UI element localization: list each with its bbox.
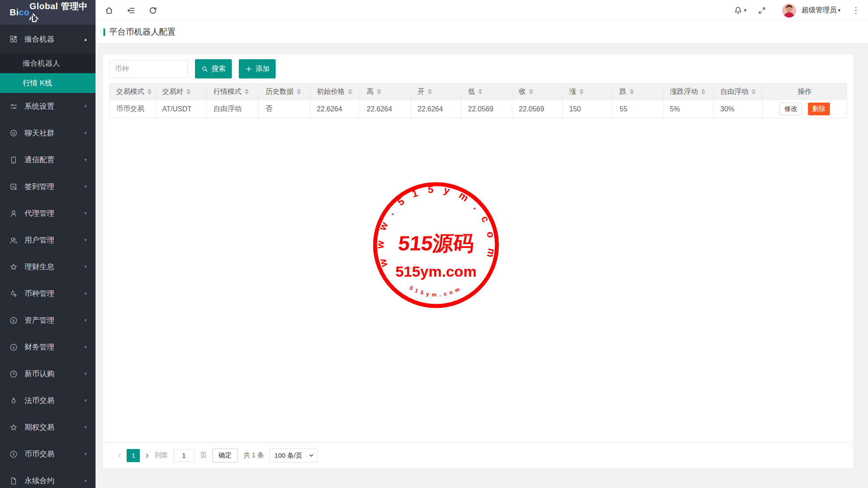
tablet-icon [9,156,18,164]
caret-down-icon: ▾ [84,130,87,136]
column-header-pair[interactable]: 交易对 [156,84,207,100]
column-header-history-data[interactable]: 历史数据 [259,84,310,100]
column-header-market-mode[interactable]: 行情模式 [207,84,259,100]
sidebar-item-perpetual[interactable]: 永续合约 ▾ [0,467,96,488]
sidebar-item-chat-community[interactable]: 聊天社群 ▾ [0,120,96,146]
add-button[interactable]: 添加 [239,59,276,78]
sort-icon[interactable] [478,89,482,94]
sort-icon[interactable] [579,89,584,94]
sidebar-item-spot-trade[interactable]: 币币交易 ▾ [0,441,96,467]
search-input[interactable] [109,60,188,78]
goto-suffix-label: 页 [200,451,207,460]
caret-down-icon: ▾ [84,451,87,457]
caret-down-icon: ▾ [84,371,87,377]
column-header-rise[interactable]: 涨 [563,84,613,100]
sidebar-item-agent[interactable]: 代理管理 ▾ [0,200,96,227]
confirm-page-button[interactable]: 确定 [213,449,238,463]
sidebar-item-label: 代理管理 [25,208,54,218]
content: 搜索 添加 交易模式 交易对 行情模式 [96,43,868,488]
brand-part2: co [19,7,29,18]
caret-down-icon: ▾ [84,291,87,296]
sidebar-item-matching-engine[interactable]: 撮合机器 ▴ [0,25,96,53]
caret-down-icon: ▾ [84,344,87,350]
collapse-sidebar-icon[interactable] [126,6,136,15]
sidebar-item-comm-config[interactable]: 通信配置 ▾ [0,146,96,173]
sidebar-item-label: 理财生息 [25,262,54,272]
column-header-open[interactable]: 开 [411,84,461,100]
sidebar-item-new-coin[interactable]: 新币认购 ▾ [0,360,96,387]
drops-icon [9,289,18,298]
cell-low: 22.0569 [461,100,512,118]
sort-icon[interactable] [630,89,634,94]
sidebar-item-fiat-trade[interactable]: 法币交易 ▾ [0,387,96,414]
sidebar-subitem-matching-robot[interactable]: 撮合机器人 [0,53,96,73]
column-header-free-float[interactable]: 自由浮动 [714,84,763,100]
admin-menu[interactable]: 超级管理员 ▾ [801,6,840,15]
sidebar-item-label: 新币认购 [25,369,54,379]
chevron-left-icon[interactable]: ‹ [118,451,121,460]
more-menu-icon[interactable]: ⋮ [852,6,860,14]
home-icon[interactable] [104,6,114,15]
sort-icon[interactable] [701,89,705,94]
sidebar-item-options-trade[interactable]: 期权交易 ▾ [0,414,96,441]
refresh-icon[interactable] [148,6,158,15]
sidebar-item-system-settings[interactable]: 系统设置 ▾ [0,93,96,120]
sidebar-item-coin-management[interactable]: 币种管理 ▾ [0,280,96,307]
cell-trade-mode: 币币交易 [110,100,156,118]
current-page-button[interactable]: 1 [127,449,140,462]
robots-table: 交易模式 交易对 行情模式 历史数据 初始价格 高 开 低 收 涨 跌 涨跌浮动… [109,83,847,118]
delete-button[interactable]: 删除 [808,103,830,115]
dollar-circle-icon [9,316,18,325]
sort-icon[interactable] [751,89,756,94]
sort-icon[interactable] [244,89,249,94]
column-header-fall[interactable]: 跌 [613,84,663,100]
column-header-fluctuation[interactable]: 涨跌浮动 [663,84,714,100]
caret-down-icon: ▾ [84,103,87,109]
search-button[interactable]: 搜索 [195,59,232,78]
caret-down-icon: ▾ [744,7,747,13]
notifications-button[interactable]: ▾ [733,6,747,15]
sidebar-item-checkin[interactable]: 签到管理 ▾ [0,173,96,200]
main-area: ▾ 超级管理员 ▾ ⋮ 平台币机器人配置 [96,0,868,488]
column-header-close[interactable]: 收 [512,84,563,100]
caret-up-icon: ▴ [84,36,87,42]
sort-icon[interactable] [297,89,301,94]
search-button-label: 搜索 [212,64,226,74]
sort-icon[interactable] [147,89,152,94]
caret-down-icon: ▾ [84,424,87,430]
caret-down-icon: ▾ [84,237,87,243]
sort-icon[interactable] [186,89,191,94]
goto-prefix-label: 到第 [155,451,168,460]
chevron-right-icon[interactable]: › [145,451,149,460]
brand-part3: Global 管理中心 [29,0,96,24]
admin-label: 超级管理员 [801,6,836,15]
sidebar-item-label: 期权交易 [25,422,54,432]
grid-icon [9,35,18,43]
column-header-high[interactable]: 高 [360,84,411,100]
caret-down-icon: ▾ [84,317,87,323]
sort-icon[interactable] [377,89,381,94]
sidebar-item-assets[interactable]: 资产管理 ▾ [0,307,96,334]
fullscreen-icon[interactable] [758,6,766,15]
cell-actions: 修改 删除 [763,100,847,118]
sidebar-subitem-kline[interactable]: 行情 K线 [0,73,96,93]
sidebar-item-label: 法币交易 [25,395,54,406]
sort-icon[interactable] [529,89,533,94]
cell-history-data: 否 [259,100,310,118]
goto-page-input[interactable] [174,449,195,462]
sidebar-item-users[interactable]: 用户管理 ▾ [0,227,96,253]
chat-icon [9,129,18,138]
plus-icon [245,65,252,73]
column-header-initial-price[interactable]: 初始价格 [310,84,360,100]
edit-button[interactable]: 修改 [779,103,802,115]
sidebar-item-wealth[interactable]: 理财生息 ▾ [0,253,96,280]
sidebar-item-label: 币种管理 [25,289,54,299]
column-header-low[interactable]: 低 [461,84,512,100]
sort-icon[interactable] [428,89,432,94]
sliders-icon [9,102,18,111]
sort-icon[interactable] [348,89,352,94]
column-header-trade-mode[interactable]: 交易模式 [110,84,156,100]
page-size-select[interactable]: 100 条/页 [269,449,318,463]
avatar[interactable] [782,4,796,18]
sidebar-item-finance[interactable]: 财务管理 ▾ [0,334,96,360]
